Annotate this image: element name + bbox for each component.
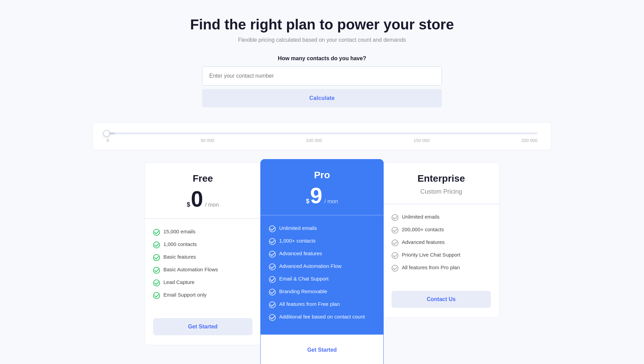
check-icon <box>269 301 276 308</box>
list-item: Unlimited emails <box>269 225 375 232</box>
price-dollar-free: $ <box>187 201 190 208</box>
check-icon <box>153 292 160 299</box>
feature-text: Advanced features <box>279 250 322 256</box>
get-started-pro-button[interactable]: Get Started <box>269 341 375 359</box>
plan-name-pro: Pro <box>269 170 375 181</box>
slider-section: 0 50 000 100 000 150 000 200 000 <box>92 122 552 150</box>
feature-text: Unlimited emails <box>279 225 317 231</box>
list-item: Advanced Automation Flow <box>269 263 375 270</box>
price-dollar-pro: $ <box>306 198 309 205</box>
plan-footer-pro: Get Started <box>261 335 383 364</box>
divider-enterprise <box>383 204 499 204</box>
plan-card-enterprise: Enterprise Custom Pricing Unlimited emai… <box>383 162 499 318</box>
page-subtitle: Flexible pricing calculated based on you… <box>238 37 406 43</box>
list-item: 15,000 emails <box>153 229 252 236</box>
contact-section: How many contacts do you have? Calculate <box>202 55 442 107</box>
check-icon <box>153 254 160 261</box>
check-icon <box>392 227 398 234</box>
list-item: Additional fee based on contact count <box>269 314 375 321</box>
get-started-free-button[interactable]: Get Started <box>153 318 252 335</box>
check-icon <box>269 314 276 321</box>
plan-footer-free: Get Started <box>145 313 261 345</box>
price-period-pro: / mon <box>324 198 338 205</box>
check-icon <box>392 265 398 272</box>
feature-text: Priority Live Chat Support <box>402 252 460 258</box>
plan-custom-pricing: Custom Pricing <box>392 188 491 195</box>
plan-name-enterprise: Enterprise <box>392 173 491 184</box>
list-item: Basic features <box>153 254 252 261</box>
plan-header-pro: Pro $ 9 / mon <box>261 159 383 215</box>
check-icon <box>269 276 276 283</box>
feature-text: Basic Automation Flows <box>163 266 218 272</box>
check-icon <box>392 239 398 246</box>
feature-text: All features from Pro plan <box>402 264 460 270</box>
list-item: Branding Removable <box>269 288 375 296</box>
feature-text: Branding Removable <box>279 288 327 294</box>
plan-features-enterprise: Unlimited emails 200,000+ contacts Advan… <box>383 206 499 285</box>
list-item: Unlimited emails <box>392 214 491 221</box>
feature-text: All features from Free plan <box>279 301 340 307</box>
slider-label-150k: 150 000 <box>414 138 430 143</box>
price-amount-free: 0 <box>191 188 203 210</box>
plan-price-row-free: $ 0 / mon <box>153 188 252 210</box>
feature-text: Unlimited emails <box>402 214 439 220</box>
slider-label-100k: 100 000 <box>306 138 322 143</box>
plan-footer-enterprise: Contact Us <box>383 285 499 317</box>
list-item: 200,000+ contacts <box>392 226 491 234</box>
list-item: Basic Automation Flows <box>153 266 252 274</box>
slider-label-200k: 200 000 <box>521 138 537 143</box>
check-icon <box>269 289 276 296</box>
plan-header-free: Free $ 0 / mon <box>145 163 261 219</box>
price-amount-pro: 9 <box>310 185 322 207</box>
price-period-free: / mon <box>205 202 219 208</box>
list-item: 1,000 contacts <box>153 241 252 248</box>
list-item: 1,000+ contacts <box>269 238 375 245</box>
list-item: Email Support only <box>153 292 252 299</box>
check-icon <box>392 214 398 221</box>
plans-section: Free $ 0 / mon 15,000 emails 1,000 conta… <box>134 162 510 364</box>
slider-wrapper[interactable] <box>107 132 537 134</box>
contact-label: How many contacts do you have? <box>202 55 442 62</box>
contact-us-button[interactable]: Contact Us <box>392 291 491 308</box>
check-icon <box>269 238 276 245</box>
plan-price-row-pro: $ 9 / mon <box>269 185 375 207</box>
slider-labels: 0 50 000 100 000 150 000 200 000 <box>107 138 537 143</box>
calculate-button[interactable]: Calculate <box>202 89 442 107</box>
divider-free <box>145 219 261 219</box>
list-item: Advanced features <box>269 250 375 258</box>
check-icon <box>153 267 160 274</box>
contact-input[interactable] <box>202 66 442 86</box>
feature-text: 15,000 emails <box>163 229 195 234</box>
check-icon <box>153 242 160 248</box>
page-title: Find the right plan to power your store <box>190 16 454 33</box>
plan-card-free: Free $ 0 / mon 15,000 emails 1,000 conta… <box>145 162 261 345</box>
feature-text: Additional fee based on contact count <box>279 314 365 320</box>
slider-label-50k: 50 000 <box>201 138 214 143</box>
list-item: Advanced features <box>392 239 491 246</box>
slider-thumb[interactable] <box>103 130 110 137</box>
check-icon <box>153 229 160 236</box>
feature-text: Advanced features <box>402 239 445 245</box>
list-item: All features from Pro plan <box>392 264 491 272</box>
feature-text: Advanced Automation Flow <box>279 263 342 269</box>
check-icon <box>153 280 160 286</box>
feature-text: 1,000+ contacts <box>279 238 315 244</box>
plan-header-enterprise: Enterprise Custom Pricing <box>383 163 499 204</box>
check-icon <box>269 263 276 270</box>
plan-card-pro: Pro $ 9 / mon Unlimited emails 1,000+ co… <box>260 159 384 364</box>
feature-text: Lead Capture <box>163 279 195 285</box>
check-icon <box>392 252 398 259</box>
list-item: All features from Free plan <box>269 301 375 308</box>
feature-text: 1,000 contacts <box>163 241 197 247</box>
slider-track <box>107 132 537 134</box>
feature-text: Email & Chat Support <box>279 276 329 282</box>
list-item: Priority Live Chat Support <box>392 252 491 259</box>
plan-name-free: Free <box>153 173 252 184</box>
feature-text: Email Support only <box>163 292 207 298</box>
divider-pro <box>261 215 383 216</box>
slider-label-0: 0 <box>107 138 109 143</box>
list-item: Lead Capture <box>153 279 252 286</box>
plan-features-pro: Unlimited emails 1,000+ contacts Advance… <box>261 217 383 335</box>
list-item: Email & Chat Support <box>269 276 375 283</box>
feature-text: Basic features <box>163 254 196 260</box>
